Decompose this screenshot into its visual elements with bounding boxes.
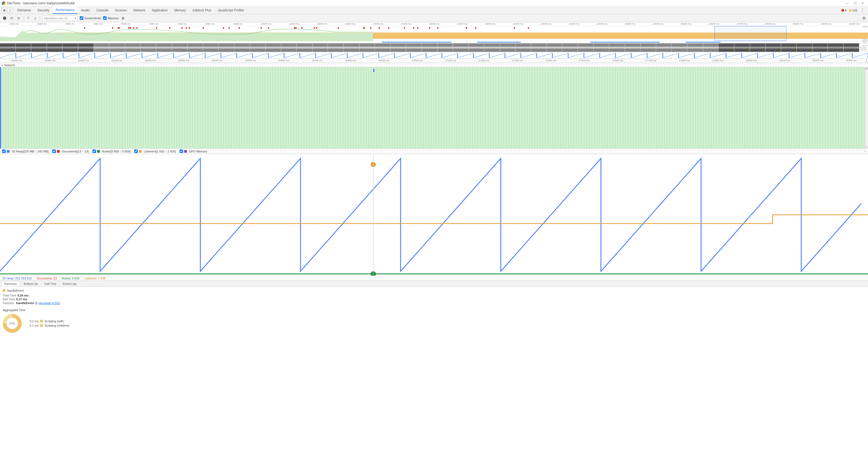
filmstrip-thumb[interactable]	[360, 43, 375, 52]
filmstrip-thumb[interactable]	[250, 43, 266, 52]
tab-audits[interactable]: Audits	[78, 6, 93, 14]
load-profile-button[interactable]: ⭱	[26, 16, 31, 21]
filmstrip-thumb[interactable]	[406, 43, 422, 52]
filmstrip-thumb[interactable]	[375, 43, 391, 52]
filmstrip-thumb[interactable]	[797, 43, 812, 52]
device-toggle-button[interactable]: ⍓	[8, 8, 12, 13]
filmstrip-thumb[interactable]	[844, 43, 859, 52]
filmstrip-thumb[interactable]	[469, 43, 485, 52]
filmstrip-thumb[interactable]	[766, 43, 781, 52]
filmstrip-thumb[interactable]	[31, 43, 47, 52]
filmstrip-thumb[interactable]	[235, 43, 250, 52]
window-minimize-button[interactable]: —	[844, 1, 851, 6]
btab-bottomup[interactable]: Bottom-Up	[21, 281, 41, 286]
filmstrip-thumb[interactable]	[500, 43, 516, 52]
filmstrip-thumb[interactable]	[297, 43, 312, 52]
filmstrip-thumb[interactable]	[47, 43, 63, 52]
filmstrip-thumb[interactable]	[312, 43, 328, 52]
tab-sources[interactable]: Sources	[112, 6, 130, 14]
filmstrip-thumb[interactable]	[547, 43, 563, 52]
flame-scrollbar[interactable]: ▲ ▼	[865, 67, 868, 148]
tab-performance[interactable]: Performance	[52, 6, 78, 14]
overview-selection[interactable]	[714, 26, 786, 41]
tab-adblock[interactable]: Adblock Plus	[189, 6, 215, 14]
tab-jsprofiler[interactable]: JavaScript Profiler	[215, 6, 247, 14]
filmstrip-thumb[interactable]	[484, 43, 500, 52]
filmstrip-thumb[interactable]	[203, 43, 219, 52]
filmstrip-thumb[interactable]	[219, 43, 235, 52]
filmstrip-thumb[interactable]	[156, 43, 172, 52]
warning-count-badge[interactable]: 116	[849, 9, 857, 12]
filmstrip-thumb[interactable]	[516, 43, 531, 52]
counter-documents[interactable]: Documents[13 – 13]	[52, 150, 88, 153]
scroll-up-icon[interactable]: ▲	[866, 59, 867, 61]
btab-eventlog[interactable]: Event Log	[60, 281, 79, 286]
filmstrip-thumb[interactable]	[781, 43, 797, 52]
filmstrip-thumb[interactable]	[578, 43, 594, 52]
btab-calltree[interactable]: Call Tree	[42, 281, 59, 286]
filmstrip-thumb[interactable]	[109, 43, 125, 52]
filmstrip-thumb[interactable]	[172, 43, 188, 52]
gc-button[interactable]: 🗑	[121, 16, 126, 21]
screenshots-checkbox[interactable]: Screenshots	[80, 16, 101, 20]
filmstrip-thumb[interactable]	[344, 43, 360, 52]
tab-console[interactable]: Console	[93, 6, 112, 14]
filmstrip-thumb[interactable]	[687, 43, 703, 52]
filmstrip-thumb[interactable]	[422, 43, 437, 52]
filmstrip-thumb[interactable]	[812, 43, 828, 52]
settings-button[interactable]: ⚙	[862, 16, 866, 20]
filmstrip-thumb[interactable]	[641, 43, 656, 52]
filmstrip-thumb[interactable]	[718, 43, 734, 52]
filmstrip-thumb[interactable]	[78, 43, 94, 52]
target-select[interactable]: baicoianu.com #1	[42, 16, 78, 21]
filmstrip-thumb[interactable]	[656, 43, 672, 52]
filmstrip-thumb[interactable]	[672, 43, 688, 52]
filmstrip-thumb[interactable]	[266, 43, 281, 52]
tab-application[interactable]: Application	[149, 6, 171, 14]
more-menu-button[interactable]: ⋮	[859, 8, 866, 13]
filmstrip-thumb[interactable]	[531, 43, 547, 52]
filmstrip-thumb[interactable]	[734, 43, 750, 52]
filmstrip-thumb[interactable]	[0, 43, 16, 52]
network-section-toggle[interactable]: Network	[0, 63, 868, 67]
dock-side-button[interactable]: ▣	[2, 8, 6, 13]
record-button[interactable]	[2, 16, 7, 21]
counter-listeners[interactable]: Listeners[1 916 – 1 926]	[134, 150, 176, 153]
memory-counters-chart[interactable]	[0, 154, 868, 276]
counter-nodes[interactable]: Nodes[5 659 – 5 659]	[93, 150, 130, 153]
window-maximize-button[interactable]: ▢	[851, 1, 859, 6]
window-close-button[interactable]: ✕	[859, 1, 866, 6]
filmstrip-thumb[interactable]	[328, 43, 344, 52]
flame-chart[interactable]: ▲ ▼	[0, 67, 868, 149]
tab-network[interactable]: Network	[130, 6, 149, 14]
filmstrip-thumb[interactable]	[281, 43, 297, 52]
filmstrip-thumb[interactable]	[141, 43, 156, 52]
filmstrip-thumb[interactable]	[94, 43, 110, 52]
counter-jsheap[interactable]: JS Heap[225 MB – 242 MB]	[2, 150, 49, 153]
filmstrip-thumb[interactable]	[16, 43, 31, 52]
filmstrip-thumb[interactable]	[187, 43, 203, 52]
filmstrip-thumb[interactable]	[562, 43, 578, 52]
scroll-down-icon[interactable]: ▼	[866, 61, 867, 62]
reload-record-button[interactable]: ⟳	[9, 16, 14, 21]
filmstrip-thumb[interactable]	[62, 43, 78, 52]
filmstrip-thumb[interactable]	[609, 43, 625, 52]
memory-checkbox[interactable]: Memory	[103, 16, 119, 20]
source-link[interactable]: janusweb.js:526	[38, 302, 60, 305]
filmstrip-thumb[interactable]	[437, 43, 453, 52]
filmstrip-thumb[interactable]	[625, 43, 641, 52]
tab-memory[interactable]: Memory	[171, 6, 189, 14]
overview-pane[interactable]: 1000 ms2000 ms3000 ms4000 ms5000 ms6000 …	[0, 22, 868, 43]
filmstrip-thumb[interactable]	[594, 43, 610, 52]
tab-security[interactable]: Security	[34, 6, 52, 14]
error-count-badge[interactable]: 4	[841, 9, 846, 12]
tab-elements[interactable]: Elements	[14, 6, 34, 14]
filmstrip-thumb[interactable]	[828, 43, 844, 52]
filmstrip-thumb[interactable]	[703, 43, 719, 52]
filmstrip-thumb[interactable]	[453, 43, 469, 52]
filmstrip-thumb[interactable]	[391, 43, 406, 52]
save-profile-button[interactable]: ⭳	[33, 16, 38, 21]
filmstrip-thumb[interactable]	[125, 43, 141, 52]
btab-summary[interactable]: Summary	[1, 281, 20, 286]
filmstrip-thumb[interactable]	[750, 43, 766, 52]
